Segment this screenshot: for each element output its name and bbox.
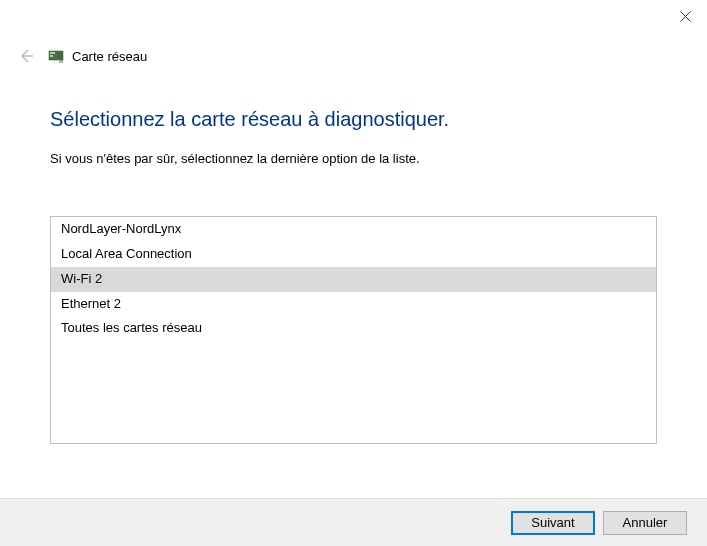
list-item[interactable]: Toutes les cartes réseau <box>51 316 656 341</box>
header-row: Carte réseau <box>0 40 707 68</box>
svg-rect-4 <box>50 52 55 54</box>
list-item[interactable]: Wi-Fi 2 <box>51 267 656 292</box>
close-button[interactable] <box>675 6 695 26</box>
page-heading: Sélectionnez la carte réseau à diagnosti… <box>50 108 657 131</box>
network-adapter-icon <box>48 48 64 64</box>
list-item[interactable]: Local Area Connection <box>51 242 656 267</box>
adapter-listbox[interactable]: NordLayer-NordLynxLocal Area ConnectionW… <box>50 216 657 444</box>
next-button[interactable]: Suivant <box>511 511 595 535</box>
svg-rect-6 <box>57 53 62 58</box>
list-item[interactable]: Ethernet 2 <box>51 292 656 317</box>
back-button[interactable] <box>14 44 38 68</box>
cancel-button[interactable]: Annuler <box>603 511 687 535</box>
list-item[interactable]: NordLayer-NordLynx <box>51 217 656 242</box>
content-area: Sélectionnez la carte réseau à diagnosti… <box>0 68 707 444</box>
svg-rect-5 <box>50 55 53 57</box>
back-arrow-icon <box>17 47 35 65</box>
dialog-footer: Suivant Annuler <box>0 498 707 546</box>
titlebar <box>0 0 707 40</box>
window-label: Carte réseau <box>72 49 147 64</box>
close-icon <box>680 11 691 22</box>
instruction-text: Si vous n'êtes par sûr, sélectionnez la … <box>50 151 657 166</box>
